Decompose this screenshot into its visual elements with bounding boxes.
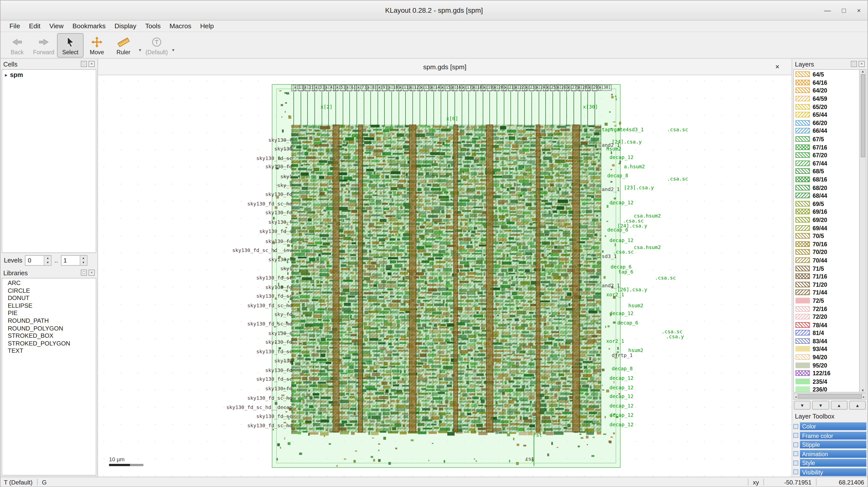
toolbox-expander-icon[interactable] (793, 460, 798, 465)
layer-swatch-icon[interactable] (796, 314, 810, 319)
default-button[interactable]: (Default) (144, 33, 170, 58)
layer-swatch-icon[interactable] (796, 257, 810, 263)
toolbox-expander-icon[interactable] (793, 469, 798, 475)
default-dropdown-icon[interactable]: ▾ (170, 48, 177, 53)
toolbox-label[interactable]: Visibility (800, 468, 867, 476)
layer-row-69-5[interactable]: 69/5 (794, 200, 859, 208)
layer-row-69-16[interactable]: 69/16 (794, 208, 859, 216)
toolbox-label[interactable]: Color (800, 423, 867, 430)
layer-row-65-44[interactable]: 65/44 (794, 111, 859, 119)
toolbox-label[interactable]: Style (800, 459, 867, 467)
layer-swatch-icon[interactable] (796, 346, 810, 352)
library-item-text[interactable]: TEXT (2, 347, 96, 355)
menu-item-display[interactable]: Display (110, 21, 141, 31)
menu-item-macros[interactable]: Macros (165, 21, 196, 31)
toolbox-expander-icon[interactable] (793, 424, 798, 429)
ruler-button[interactable]: Ruler (110, 33, 137, 58)
layer-swatch-icon[interactable] (796, 266, 810, 271)
spin-up-icon[interactable]: ▲ (44, 255, 51, 260)
layer-row-68-20[interactable]: 68/20 (794, 183, 859, 191)
layer-row-93-44[interactable]: 93/44 (794, 345, 859, 353)
layer-swatch-icon[interactable] (796, 306, 810, 311)
menu-item-view[interactable]: View (45, 21, 68, 31)
layer-row-66-20[interactable]: 66/20 (794, 119, 859, 127)
maximize-icon[interactable]: □ (842, 6, 846, 14)
layer-row-67-44[interactable]: 67/44 (794, 159, 859, 167)
layer-swatch-icon[interactable] (796, 201, 810, 206)
cells-close-icon[interactable]: × (89, 61, 94, 67)
layer-row-71-20[interactable]: 71/20 (794, 280, 859, 288)
layer-row-64-16[interactable]: 64/16 (794, 79, 859, 87)
minimize-icon[interactable]: — (824, 6, 831, 14)
layer-swatch-icon[interactable] (796, 136, 810, 142)
layer-row-64-59[interactable]: 64/59 (794, 94, 859, 102)
layer-swatch-icon[interactable] (796, 177, 810, 182)
layer-row-66-44[interactable]: 66/44 (794, 127, 859, 135)
layer-swatch-icon[interactable] (796, 120, 810, 125)
toolbox-label[interactable]: Stipple (800, 441, 867, 449)
layer-swatch-icon[interactable] (796, 274, 810, 279)
layer-swatch-icon[interactable] (796, 370, 810, 376)
layer-row-65-20[interactable]: 65/20 (794, 102, 859, 111)
layer-row-71-44[interactable]: 71/44 (794, 288, 859, 297)
layer-row-81-4[interactable]: 81/4 (794, 329, 859, 337)
layer-row-236-0[interactable]: 236/0 (794, 385, 859, 392)
menu-item-file[interactable]: File (5, 21, 25, 31)
back-button[interactable]: Back (4, 33, 31, 58)
move-layer-top-button[interactable]: ▲ (849, 401, 866, 409)
layer-swatch-icon[interactable] (796, 160, 810, 166)
layer-row-70-44[interactable]: 70/44 (794, 256, 859, 264)
toolbox-label[interactable]: Animation (800, 450, 867, 458)
toolbox-expander-icon[interactable] (793, 451, 798, 456)
layer-row-68-16[interactable]: 68/16 (794, 175, 859, 183)
forward-button[interactable]: Forward (31, 33, 57, 58)
layer-swatch-icon[interactable] (796, 225, 810, 231)
library-item-arc[interactable]: ARC (2, 279, 96, 287)
layer-row-83-44[interactable]: 83/44 (794, 337, 859, 345)
close-icon[interactable]: × (857, 6, 861, 14)
menu-item-edit[interactable]: Edit (25, 21, 45, 31)
layer-swatch-icon[interactable] (796, 185, 810, 190)
move-layer-bottom-button[interactable]: ▼ (812, 401, 829, 409)
scroll-down-icon[interactable]: ▼ (861, 389, 864, 392)
layout-canvas[interactable] (98, 75, 792, 477)
library-item-round_polygon[interactable]: ROUND_POLYGON (2, 325, 96, 332)
layer-row-70-16[interactable]: 70/16 (794, 240, 859, 248)
spin-up-icon[interactable]: ▲ (80, 255, 87, 260)
scroll-thumb[interactable] (798, 394, 862, 399)
layer-row-68-44[interactable]: 68/44 (794, 191, 859, 200)
layer-row-64-5[interactable]: 64/5 (794, 70, 859, 78)
levels-from-spinner[interactable]: 0 ▲ ▼ (25, 255, 52, 266)
layer-swatch-icon[interactable] (796, 354, 810, 360)
layers-close-icon[interactable]: × (859, 61, 865, 67)
layer-swatch-icon[interactable] (796, 387, 810, 392)
toolbox-row-frame-color[interactable]: Frame color (793, 431, 866, 440)
menu-item-bookmarks[interactable]: Bookmarks (68, 21, 110, 31)
layer-row-78-44[interactable]: 78/44 (794, 321, 859, 329)
library-item-pie[interactable]: PIE (2, 310, 96, 317)
levels-from-value[interactable]: 0 (26, 255, 44, 265)
layer-swatch-icon[interactable] (796, 330, 810, 335)
cells-tree[interactable]: ▸ spm (2, 69, 96, 253)
layer-row-72-16[interactable]: 72/16 (794, 304, 859, 312)
library-item-donut[interactable]: DONUT (2, 295, 96, 302)
scroll-left-icon[interactable]: ◂ (795, 395, 797, 398)
layer-swatch-icon[interactable] (796, 144, 810, 150)
layer-swatch-icon[interactable] (796, 128, 810, 134)
layer-row-235-4[interactable]: 235/4 (794, 377, 859, 385)
library-item-circle[interactable]: CIRCLE (2, 287, 96, 295)
library-item-ellipse[interactable]: ELLIPSE (2, 302, 96, 310)
layer-swatch-icon[interactable] (796, 217, 810, 222)
levels-to-value[interactable]: 1 (61, 255, 80, 265)
layer-swatch-icon[interactable] (796, 363, 810, 368)
toolbox-row-color[interactable]: Color (793, 422, 866, 431)
layer-row-69-44[interactable]: 69/44 (794, 224, 859, 232)
toolbox-row-visibility[interactable]: Visibility (793, 467, 866, 477)
move-layer-up-button[interactable]: ▲ (831, 401, 847, 409)
move-layer-down-button[interactable]: ▼ (794, 401, 810, 409)
library-item-round_path[interactable]: ROUND_PATH (2, 317, 96, 325)
tab-spm[interactable]: spm.gds [spm] (98, 63, 792, 70)
layer-swatch-icon[interactable] (796, 209, 810, 214)
layer-swatch-icon[interactable] (796, 169, 810, 174)
levels-to-spinner[interactable]: 1 ▲ ▼ (61, 255, 87, 266)
